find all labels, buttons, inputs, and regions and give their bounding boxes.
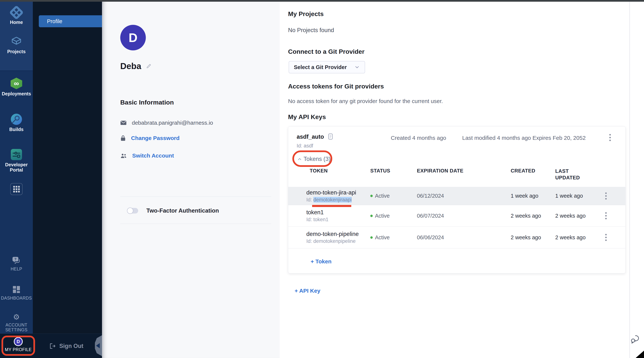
chat-support-button[interactable] [630, 334, 640, 344]
api-key-modified: Last modified 4 months ago Expires Feb 2… [462, 135, 586, 141]
deployments-icon: ∞ [11, 78, 22, 89]
sidebar-item-home[interactable]: Home [0, 7, 33, 25]
token-id-selected-text: demotokenjiraapi [314, 197, 352, 203]
token-id: Id: token1 [306, 217, 370, 223]
tokens-toggle-label: Tokens (3) [304, 156, 330, 162]
token-status: Active [370, 213, 417, 219]
basic-information-heading: Basic Information [120, 99, 174, 106]
table-row[interactable]: demo-token-jira-api Id: demotokenjiraapi… [288, 187, 625, 205]
sign-out-button[interactable]: Sign Out [49, 334, 83, 358]
token-expiration: 06/12/2024 [417, 193, 511, 199]
sidebar-item-label: Developer Portal [4, 162, 28, 173]
sidebar-item-label: HELP [11, 267, 22, 271]
sidebar-item-label: Projects [7, 49, 26, 54]
sidebar-item-deployments[interactable]: ∞ Deployments [0, 78, 33, 96]
access-tokens-empty-text: No access token for any git provider fou… [288, 98, 443, 104]
sign-out-icon [49, 342, 56, 349]
table-row[interactable]: token1 Id: token1 Active 06/07/2024 2 we… [288, 205, 625, 227]
token-id-red-underline [312, 205, 351, 207]
email-icon [120, 120, 126, 125]
tokens-table-body: demo-token-jira-api Id: demotokenjiraapi… [288, 187, 625, 248]
sidebar-item-label: MY PROFILE [5, 347, 32, 352]
git-provider-select[interactable]: Select a Git Provider [289, 61, 365, 73]
email-value: debabrata.panigrahi@harness.io [132, 120, 213, 126]
token-name: token1 [306, 209, 370, 216]
change-password-link[interactable]: Change Password [131, 135, 180, 141]
sidebar-item-builds[interactable]: Builds [0, 114, 33, 132]
copy-icon[interactable] [328, 133, 334, 140]
col-header-created: CREATED [511, 168, 555, 174]
profile-panel: D Deba Basic Information debabrata.panig… [102, 2, 280, 358]
token-expiration: 06/06/2024 [417, 234, 511, 241]
my-projects-heading: My Projects [288, 10, 324, 18]
sidebar-item-label: Builds [9, 127, 24, 132]
chevron-down-icon [354, 64, 360, 70]
home-icon [9, 5, 24, 20]
divider [120, 224, 271, 224]
token-expiration: 06/07/2024 [417, 213, 511, 219]
sidebar-item-dashboards[interactable]: DASHBOARDS [0, 285, 33, 300]
active-status-dot [370, 195, 373, 197]
col-header-last-updated: LAST UPDATED [555, 168, 583, 181]
avatar: D [14, 337, 23, 346]
edit-pencil-icon[interactable] [146, 63, 152, 69]
sidebar-item-projects[interactable]: Projects [0, 36, 33, 54]
module-selector-button[interactable] [10, 183, 22, 195]
top-edge-strip [0, 0, 644, 2]
token-menu-button[interactable] [605, 212, 607, 219]
api-keys-heading: My API Keys [288, 113, 326, 121]
bottom-bar: D MY PROFILE Sign Out [0, 333, 102, 358]
sidebar-item-label: ACCOUNT SETTINGS [2, 322, 31, 332]
token-name: demo-token-jira-api [306, 189, 370, 196]
token-id: Id: demotokenjiraapi [306, 197, 370, 203]
token-created: 1 week ago [511, 193, 555, 199]
add-token-link[interactable]: + Token [311, 258, 332, 265]
lock-icon [120, 135, 126, 141]
add-api-key-link[interactable]: + API Key [294, 288, 320, 294]
svg-text:?: ? [14, 257, 16, 261]
token-status: Active [370, 234, 417, 241]
token-last-updated: 2 weeks ago [555, 234, 597, 241]
nav-rail-active-module-group: Home Projects [0, 2, 33, 71]
display-name: Deba [120, 61, 141, 71]
token-last-updated: 1 week ago [555, 193, 597, 199]
git-provider-heading: Connect to a Git Provider [288, 48, 364, 55]
chevron-left-icon [96, 343, 100, 348]
switch-account-row: Switch Account [120, 152, 174, 159]
token-last-updated: 2 weeks ago [555, 213, 597, 219]
sidebar-item-label: Deployments [2, 91, 31, 96]
sidebar-item-developer-portal[interactable]: Developer Portal [0, 149, 33, 173]
table-row[interactable]: demo-token-pipeline Id: demotokenpipelin… [288, 227, 625, 248]
sidebar-item-help[interactable]: ? HELP [0, 256, 33, 271]
developer-portal-icon [11, 149, 22, 160]
col-header-status: STATUS [370, 168, 417, 174]
col-header-token: TOKEN [306, 168, 370, 174]
gear-icon: ⚙ [13, 313, 20, 321]
email-row: debabrata.panigrahi@harness.io [120, 120, 213, 126]
two-factor-row: Two-Factor Authentication [127, 207, 219, 214]
main-content: My Projects No Projects found Connect to… [280, 2, 644, 358]
api-key-menu-button[interactable] [609, 134, 611, 141]
chevron-up-icon [297, 157, 302, 161]
active-status-dot [370, 215, 373, 217]
two-factor-toggle[interactable] [127, 208, 138, 214]
dashboards-icon [12, 285, 21, 294]
nav-item-profile-selected[interactable]: Profile [39, 15, 102, 27]
secondary-nav-panel: Profile [33, 2, 102, 333]
divider [120, 197, 271, 197]
change-password-row: Change Password [120, 135, 180, 141]
switch-account-link[interactable]: Switch Account [132, 152, 174, 159]
projects-icon [11, 36, 22, 47]
token-created: 2 weeks ago [511, 213, 555, 219]
two-factor-label: Two-Factor Authentication [146, 207, 219, 214]
tokens-table-header: TOKEN STATUS EXPIRATION DATE CREATED LAS… [288, 168, 625, 181]
sidebar-item-my-profile[interactable]: D MY PROFILE [4, 337, 32, 352]
avatar[interactable]: D [120, 25, 146, 50]
token-name: demo-token-pipeline [306, 231, 370, 237]
panel-collapse-button[interactable] [95, 335, 102, 356]
tokens-toggle[interactable]: Tokens (3) [297, 156, 330, 162]
token-menu-button[interactable] [605, 193, 607, 200]
sidebar-item-account-settings[interactable]: ⚙ ACCOUNT SETTINGS [0, 313, 33, 332]
token-menu-button[interactable] [605, 234, 607, 241]
api-key-id: Id: asdf [297, 143, 313, 149]
